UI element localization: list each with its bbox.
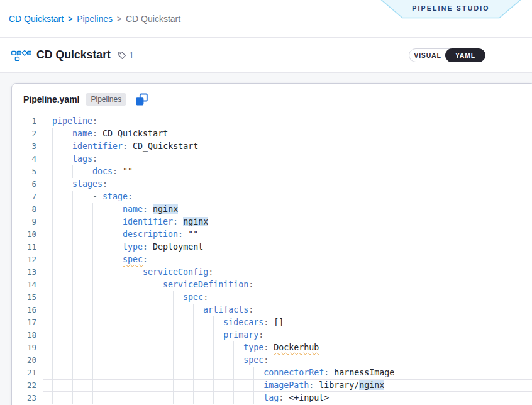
indent-guide: [52, 316, 72, 329]
indent-guide: [52, 392, 72, 404]
indent-guide: [193, 367, 213, 379]
code-token: :: [248, 305, 253, 314]
copy-icon[interactable]: [135, 93, 148, 106]
breadcrumb-link-pipelines[interactable]: Pipelines: [77, 14, 113, 24]
indent-guide: [173, 379, 193, 392]
code-line[interactable]: 20spec:: [12, 354, 532, 367]
indent-guide: [52, 291, 72, 304]
indent-guide: [52, 165, 72, 178]
indent-guide: [113, 316, 133, 329]
code-line[interactable]: 17sidecars: []: [12, 316, 532, 329]
line-number: 3: [12, 140, 43, 153]
code-line[interactable]: 1pipeline:: [12, 115, 532, 128]
line-number: 12: [12, 253, 43, 266]
indent-guide: [153, 291, 173, 304]
indent-guide: [253, 367, 263, 379]
code-token: []: [269, 318, 284, 327]
code-line[interactable]: 12spec:: [12, 253, 532, 266]
code-token: library/: [314, 380, 359, 390]
code-line[interactable]: 22imagePath: library/nginx: [12, 379, 532, 392]
pipeline-studio-app: CD Quickstart > Pipelines > CD Quickstar…: [0, 0, 532, 405]
code-line[interactable]: 13serviceConfig:: [12, 266, 532, 279]
breadcrumb-link-project[interactable]: CD Quickstart: [9, 14, 64, 24]
code-line[interactable]: 10description: "": [12, 228, 532, 241]
code-line[interactable]: 2name: CD Quickstart: [12, 128, 532, 140]
code-line[interactable]: 23tag: <+input>: [12, 392, 532, 404]
indent-guide: [72, 191, 92, 203]
code-line[interactable]: 7- stage:: [12, 191, 532, 203]
code-line[interactable]: 16artifacts:: [12, 304, 532, 316]
code-token: spec: [183, 292, 203, 302]
indent-guide: [213, 392, 233, 404]
code-token: serviceDefinition: [163, 280, 248, 289]
code-token: :: [279, 393, 284, 402]
tag-count[interactable]: 1: [116, 50, 134, 60]
indent-guide: [113, 241, 123, 253]
indent-guide: [113, 266, 133, 279]
code-line[interactable]: 5docs: "": [12, 165, 532, 178]
indent-guide: [113, 291, 133, 304]
line-number: 22: [12, 379, 43, 392]
code-line[interactable]: 6stages:: [12, 178, 532, 191]
indent-guide: [133, 304, 153, 316]
indent-guide: [92, 216, 113, 228]
code-token: tags: [72, 154, 92, 164]
indent-guide: [92, 354, 113, 367]
code-token: :: [92, 154, 97, 164]
chevron-right-icon: >: [117, 13, 121, 25]
code-token: spec: [123, 255, 143, 264]
indent-guide: [193, 379, 213, 392]
indent-guide: [92, 228, 113, 241]
indent-guide: [193, 392, 213, 404]
line-number: 20: [12, 354, 43, 367]
indent-guide: [113, 367, 133, 379]
code-token: identifier: [123, 217, 173, 226]
tag-count-value: 1: [129, 50, 134, 60]
indent-guide: [153, 367, 173, 379]
code-token: :: [173, 217, 178, 226]
code-token: :: [203, 292, 208, 302]
indent-guide: [173, 316, 193, 329]
indent-guide: [193, 304, 203, 316]
indent-guide: [133, 379, 153, 392]
code-token: :: [103, 179, 108, 189]
visual-toggle-button[interactable]: VISUAL: [409, 49, 446, 62]
code-line[interactable]: 8name: nginx: [12, 203, 532, 216]
code-token: tag: [263, 393, 279, 402]
code-line[interactable]: 19type: Dockerhub: [12, 341, 532, 354]
indent-guide: [52, 367, 72, 379]
indent-guide: [72, 266, 92, 279]
indent-guide: [52, 191, 72, 203]
indent-guide: [72, 241, 92, 253]
code-line[interactable]: 14serviceDefinition:: [12, 279, 532, 291]
code-line[interactable]: 18primary:: [12, 329, 532, 341]
indent-guide: [72, 279, 92, 291]
code-line[interactable]: 15spec:: [12, 291, 532, 304]
indent-guide: [72, 304, 92, 316]
indent-guide: [213, 329, 223, 341]
indent-guide: [113, 203, 123, 216]
indent-guide: [72, 329, 92, 341]
code-line[interactable]: 9identifier: nginx: [12, 216, 532, 228]
code-token: connectorRef: [263, 368, 324, 377]
indent-guide: [52, 140, 72, 153]
indent-guide: [213, 354, 233, 367]
code-line[interactable]: 21connectorRef: harnessImage: [12, 367, 532, 379]
yaml-code-editor[interactable]: 1pipeline:2name: CD Quickstart3identifie…: [12, 115, 532, 404]
indent-guide: [193, 316, 213, 329]
code-token: primary: [223, 330, 258, 340]
line-number: 13: [12, 266, 43, 279]
indent-guide: [253, 392, 263, 404]
line-number: 21: [12, 367, 43, 379]
indent-guide: [92, 203, 113, 216]
pipeline-studio-tab[interactable]: PIPELINE STUDIO: [376, 0, 526, 19]
code-token: nginx: [153, 204, 178, 214]
yaml-toggle-button[interactable]: YAML: [445, 48, 485, 62]
studio-tab-label: PIPELINE STUDIO: [376, 0, 526, 17]
code-token: :: [258, 330, 263, 340]
code-line[interactable]: 4tags:: [12, 153, 532, 165]
line-number: 15: [12, 291, 43, 304]
page-title: CD Quickstart: [36, 48, 111, 62]
code-line[interactable]: 3identifier: CD_Quickstart: [12, 140, 532, 153]
code-line[interactable]: 11type: Deployment: [12, 241, 532, 253]
